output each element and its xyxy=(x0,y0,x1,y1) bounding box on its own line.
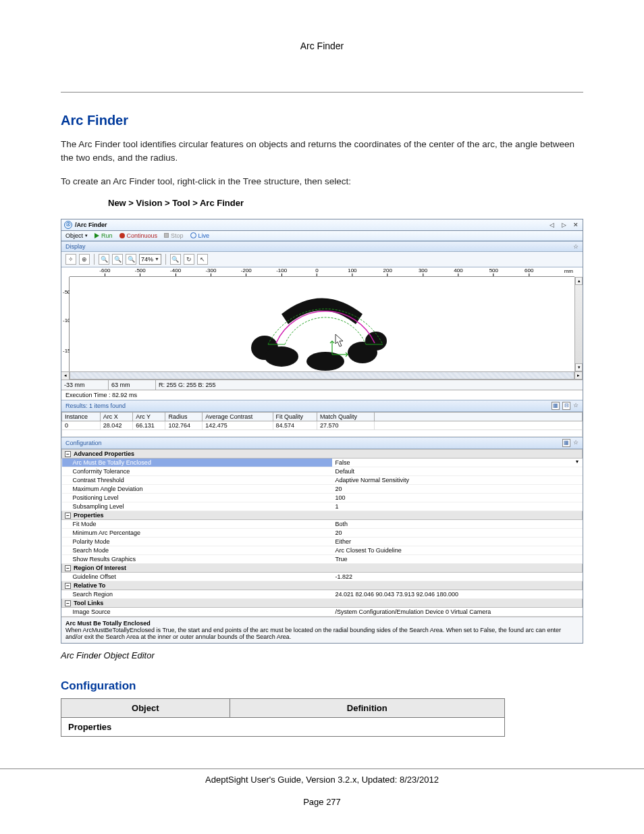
property-grid: −Advanced Properties Arc Must Be Totally… xyxy=(61,449,583,617)
zoom-fit-button[interactable]: 🔍 xyxy=(126,254,136,265)
col-instance[interactable]: Instance xyxy=(62,412,101,421)
description-body: When ArcMustBeTotallyEnclosed is True, t… xyxy=(65,627,579,640)
col-matchquality[interactable]: Match Quality xyxy=(317,412,374,421)
nav-prev-button[interactable]: ◁ xyxy=(547,221,556,228)
expander-icon[interactable]: − xyxy=(65,600,71,606)
tool-button-1[interactable]: ✧ xyxy=(65,254,76,265)
results-icon-2[interactable]: ⊟ xyxy=(562,402,570,410)
page-title: Arc Finder xyxy=(61,113,583,128)
defs-col-definition: Definition xyxy=(230,698,504,717)
intro-paragraph-2: To create an Arc Finder tool, right-clic… xyxy=(61,175,583,188)
category-properties[interactable]: −Properties xyxy=(62,511,583,519)
results-section-bar[interactable]: Results: 1 items found ▦ ⊟ ☆ xyxy=(61,400,583,412)
horizontal-scrollbar[interactable] xyxy=(70,371,574,380)
category-toollinks[interactable]: −Tool Links xyxy=(62,598,583,607)
col-fitquality[interactable]: Fit Quality xyxy=(273,412,317,421)
configuration-heading: Configuration xyxy=(61,679,583,693)
play-icon xyxy=(95,233,99,238)
nav-next-button[interactable]: ▷ xyxy=(560,221,568,228)
results-icon-1[interactable]: ▦ xyxy=(552,402,560,410)
vertical-scrollbar[interactable]: ▴ ▾ xyxy=(574,277,583,371)
display-label: Display xyxy=(65,243,86,250)
col-avgcontrast[interactable]: Average Contrast xyxy=(203,412,273,421)
scroll-right-icon[interactable]: ▸ xyxy=(574,371,583,380)
ruler-horizontal: -600 -500 -400 -300 -200 -100 0 100 200 … xyxy=(70,267,574,277)
prop-minarc[interactable]: Minimum Arc Percentage20 xyxy=(62,528,583,537)
results-row-0[interactable]: 0 28.042 66.131 102.764 142.475 84.574 2… xyxy=(62,421,583,429)
prop-image-source[interactable]: Image Source/System Configuration/Emulat… xyxy=(62,607,583,616)
scroll-down-icon[interactable]: ▾ xyxy=(575,363,583,371)
rotate-button[interactable]: ↻ xyxy=(184,254,194,265)
page-header: Arc Finder xyxy=(61,41,583,51)
menubar: Object ▾ Run Continuous Stop Live xyxy=(61,231,583,241)
close-button[interactable]: ✕ xyxy=(572,221,580,228)
description-title: Arc Must Be Totally Enclosed xyxy=(65,620,579,627)
prop-subsampling[interactable]: Subsampling Level1 xyxy=(62,502,583,511)
status-rgb: R: 255 G: 255 B: 255 xyxy=(156,380,583,390)
status-bar: -33 mm 63 mm R: 255 G: 255 B: 255 xyxy=(61,380,583,390)
separator xyxy=(94,254,95,265)
prop-search-region[interactable]: Search Region24.021 82.046 90.043 73.913… xyxy=(62,590,583,598)
stop-icon xyxy=(164,233,169,238)
canvas-area: -600 -500 -400 -300 -200 -100 0 100 200 … xyxy=(61,267,583,380)
collapse-icon[interactable]: ☆ xyxy=(573,402,579,410)
top-rule xyxy=(61,92,583,93)
prop-arc-enclosed[interactable]: Arc Must Be Totally EnclosedFalse▼ xyxy=(62,458,583,467)
prop-contrast[interactable]: Contrast ThresholdAdaptive Normal Sensit… xyxy=(62,475,583,484)
zoom-value: 74% xyxy=(141,256,153,263)
prop-showresults[interactable]: Show Results GraphicsTrue xyxy=(62,554,583,563)
app-icon: ⦿ xyxy=(64,221,72,229)
menu-object[interactable]: Object ▾ xyxy=(65,232,88,239)
property-description: Arc Must Be Totally Enclosed When ArcMus… xyxy=(61,617,583,643)
results-label: Results: 1 items found xyxy=(65,402,126,409)
expander-icon[interactable]: − xyxy=(65,513,71,519)
run-label: Run xyxy=(101,232,113,239)
pointer-button[interactable]: ↖ xyxy=(197,254,208,265)
category-roi[interactable]: −Region Of Interest xyxy=(62,563,583,572)
prop-maxangle[interactable]: Maximum Angle Deviation20 xyxy=(62,484,583,493)
canvas-svg xyxy=(70,277,574,371)
tool-button-2[interactable]: ⊕ xyxy=(79,254,90,265)
prop-conformity[interactable]: Conformity ToleranceDefault xyxy=(62,467,583,475)
configuration-label: Configuration xyxy=(65,440,102,446)
prop-guideline-offset[interactable]: Guideline Offset-1.822 xyxy=(62,572,583,581)
expander-icon[interactable]: − xyxy=(65,583,71,589)
live-button[interactable]: Live xyxy=(190,232,210,239)
prop-searchmode[interactable]: Search ModeArc Closest To Guideline xyxy=(62,546,583,554)
live-label: Live xyxy=(198,232,210,239)
config-icon[interactable]: ▦ xyxy=(562,439,570,447)
separator xyxy=(165,254,166,265)
zoom-select[interactable]: 74% ▼ xyxy=(139,254,161,265)
scroll-up-icon[interactable]: ▴ xyxy=(575,277,583,285)
window-title: /Arc Finder xyxy=(75,221,107,228)
zoom-in-button[interactable]: 🔍 xyxy=(99,254,109,265)
col-arcy[interactable]: Arc Y xyxy=(133,412,165,421)
image-canvas[interactable] xyxy=(70,277,574,371)
figure-caption: Arc Finder Object Editor xyxy=(61,650,583,660)
stop-button[interactable]: Stop xyxy=(164,232,184,239)
col-arcx[interactable]: Arc X xyxy=(100,412,132,421)
prop-polarity[interactable]: Polarity ModeEither xyxy=(62,537,583,546)
zoom-region-button[interactable]: 🔍 xyxy=(170,254,181,265)
continuous-icon xyxy=(119,233,125,238)
expander-icon[interactable]: − xyxy=(65,451,71,457)
breadcrumb: New > Vision > Tool > Arc Finder xyxy=(108,198,583,208)
svg-point-4 xyxy=(365,332,387,350)
expander-icon[interactable]: − xyxy=(65,565,71,571)
col-radius[interactable]: Radius xyxy=(165,412,203,421)
scroll-left-icon[interactable]: ◂ xyxy=(61,371,70,380)
category-advanced[interactable]: −Advanced Properties xyxy=(62,449,583,458)
live-icon xyxy=(190,232,196,238)
zoom-out-button[interactable]: 🔍 xyxy=(112,254,123,265)
configuration-section-bar[interactable]: Configuration ▦ ☆ xyxy=(61,437,583,449)
collapse-icon[interactable]: ☆ xyxy=(573,243,579,250)
display-section-bar[interactable]: Display ☆ xyxy=(61,241,583,252)
chevron-down-icon: ▼ xyxy=(155,257,159,261)
ruler-unit: mm xyxy=(564,268,573,274)
continuous-button[interactable]: Continuous xyxy=(119,232,158,239)
category-relative[interactable]: −Relative To xyxy=(62,581,583,590)
run-button[interactable]: Run xyxy=(95,232,113,239)
collapse-icon[interactable]: ☆ xyxy=(573,439,579,447)
prop-positioning[interactable]: Positioning Level100 xyxy=(62,493,583,502)
prop-fitmode[interactable]: Fit ModeBoth xyxy=(62,519,583,528)
